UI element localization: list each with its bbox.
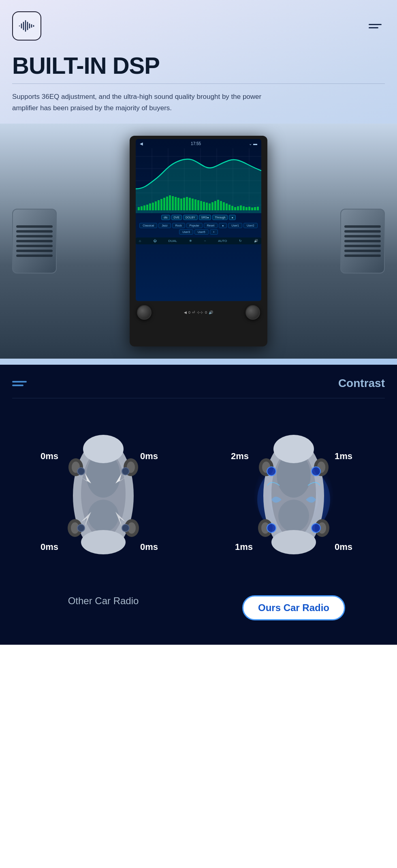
svg-rect-30	[166, 197, 168, 210]
ours-timing-top-left: 2ms	[231, 451, 249, 462]
arrow-icon: ↻	[239, 239, 242, 243]
back-btn[interactable]: ◀	[184, 310, 187, 314]
through-button[interactable]: Through	[212, 215, 228, 220]
vent-slot	[16, 250, 53, 252]
svg-point-100	[267, 524, 276, 532]
svg-point-101	[312, 524, 320, 532]
svg-rect-34	[177, 198, 179, 210]
add-btn[interactable]: +	[210, 229, 218, 235]
svg-rect-24	[149, 203, 151, 210]
other-car-svg	[59, 419, 148, 573]
home-icon: ⌂	[139, 239, 141, 243]
svg-point-87	[278, 500, 309, 532]
svg-rect-25	[152, 203, 154, 210]
extra-button[interactable]: ●	[229, 215, 235, 220]
user2-btn[interactable]: User2	[243, 223, 258, 228]
vent-slot	[344, 250, 381, 252]
other-car-column: 0ms 0ms 0ms 0ms	[12, 410, 194, 607]
left-knob[interactable]	[137, 305, 152, 320]
svg-rect-61	[254, 207, 256, 210]
svg-rect-22	[143, 205, 145, 210]
other-car-label-wrapper: Other Car Radio	[68, 595, 139, 607]
ours-car-diagram: 2ms 1ms 1ms 0ms	[231, 410, 356, 589]
ours-car-button[interactable]: Ours Car Radio	[242, 595, 345, 620]
svg-rect-48	[217, 200, 219, 210]
user1-btn[interactable]: User1	[228, 223, 242, 228]
ours-car-label-wrapper[interactable]: Ours Car Radio	[242, 595, 345, 620]
svg-point-67	[83, 435, 124, 463]
vent-slot	[344, 230, 381, 233]
enter-btn[interactable]: ⏎	[192, 310, 195, 314]
dsp-screen[interactable]: ◀ 17:55 ⌄ ▬	[136, 139, 261, 301]
classical-btn[interactable]: Classical	[139, 223, 157, 228]
svg-rect-32	[172, 196, 174, 210]
vol-icon: 🔊	[254, 239, 258, 243]
svg-rect-54	[234, 207, 236, 210]
reset-btn[interactable]: Reset	[204, 223, 218, 228]
num2-display: 0	[205, 310, 207, 314]
hero-description: Supports 36EQ adjustment, and the ultra-…	[0, 91, 275, 124]
svg-rect-45	[209, 203, 211, 210]
svg-rect-20	[138, 207, 140, 210]
other-timing-top-left: 0ms	[41, 451, 58, 462]
contrast-title: Contrast	[338, 377, 385, 390]
svg-rect-43	[203, 202, 205, 210]
hero-section: BUILT-IN DSP Supports 36EQ adjustment, a…	[0, 0, 397, 365]
other-timing-bottom-left: 0ms	[41, 542, 58, 552]
svg-point-77	[77, 468, 85, 475]
fan-ctrl[interactable]: ⊹⊹	[197, 310, 203, 314]
vol-ctrl[interactable]: 🔊	[209, 310, 213, 314]
vent-slot	[16, 245, 53, 247]
power-btn[interactable]: ●	[219, 223, 227, 228]
svg-rect-42	[200, 201, 202, 210]
svg-rect-37	[186, 197, 188, 210]
user3-btn[interactable]: User3	[179, 229, 193, 235]
other-car-label: Other Car Radio	[68, 595, 139, 606]
svg-rect-28	[160, 199, 162, 210]
vent-slot	[344, 235, 381, 237]
srs-button[interactable]: SRS●	[199, 215, 211, 220]
popular-btn[interactable]: Popular	[186, 223, 203, 228]
svg-rect-44	[206, 203, 208, 210]
user5-btn[interactable]: User5	[194, 229, 209, 235]
svg-rect-38	[189, 198, 191, 210]
power-icon: ⏻	[153, 239, 156, 243]
eq-chart	[136, 148, 261, 213]
jazz-btn[interactable]: Jazz	[158, 223, 171, 228]
unit-controls: ◀ 0 ⏎ ⊹⊹ 0 🔊	[133, 303, 264, 322]
svg-rect-29	[163, 198, 165, 210]
svg-point-79	[77, 524, 85, 532]
icon-line-2	[12, 385, 23, 386]
logo	[12, 11, 41, 41]
vent-slot	[16, 235, 53, 237]
control-buttons: ◀ 0 ⏎ ⊹⊹ 0 🔊	[152, 310, 245, 314]
right-vent	[340, 209, 385, 274]
eq-controls[interactable]: dts DVE DOLBY SRS● Through ●	[136, 213, 261, 222]
contrast-section: Contrast 0ms 0ms 0ms 0ms	[0, 365, 397, 645]
cars-comparison: 0ms 0ms 0ms 0ms	[12, 410, 385, 620]
svg-point-68	[81, 530, 126, 554]
svg-rect-60	[251, 207, 253, 210]
svg-rect-46	[211, 202, 213, 210]
rock-btn[interactable]: Rock	[172, 223, 185, 228]
dts-button[interactable]: dts	[161, 215, 170, 220]
svg-point-80	[122, 524, 129, 532]
left-vent	[12, 209, 57, 274]
climate-bar: ⌂ ⏻ DUAL ❄ ~ AUTO ↻ 🔊	[136, 237, 261, 244]
ours-car-svg	[249, 419, 338, 573]
right-knob[interactable]	[245, 305, 260, 320]
svg-rect-62	[257, 207, 259, 210]
vent-slot	[344, 245, 381, 247]
preset-buttons[interactable]: Classical Jazz Rock Popular Reset ● User…	[136, 222, 261, 236]
other-car-diagram: 0ms 0ms 0ms 0ms	[41, 410, 166, 589]
vent-slot	[16, 225, 53, 228]
ours-car-column: 2ms 1ms 1ms 0ms	[203, 410, 385, 620]
clock: 17:55	[191, 141, 201, 146]
svg-rect-40	[194, 199, 196, 210]
menu-button[interactable]	[365, 21, 385, 32]
svg-rect-50	[223, 202, 225, 210]
vent-slot	[344, 254, 381, 257]
svg-rect-35	[180, 199, 182, 210]
dolby-button[interactable]: DOLBY	[183, 215, 198, 220]
dve-button[interactable]: DVE	[171, 215, 182, 220]
